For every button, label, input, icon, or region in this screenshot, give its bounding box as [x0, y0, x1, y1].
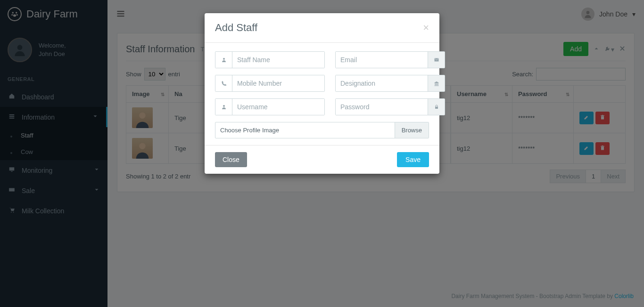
field-password: [335, 98, 445, 115]
field-designation: [335, 75, 445, 92]
add-staff-modal: Add Staff ×: [205, 13, 439, 174]
field-profile-image[interactable]: Choose Profile Image Browse: [215, 122, 429, 138]
phone-icon: [215, 75, 232, 91]
save-button[interactable]: Save: [397, 152, 429, 167]
field-username: [215, 98, 325, 115]
modal-close-icon[interactable]: ×: [423, 22, 429, 34]
field-mobile: [215, 75, 325, 92]
user-icon: [215, 52, 232, 68]
lock-icon: [428, 99, 445, 115]
modal-title: Add Staff: [215, 22, 257, 34]
designation-input[interactable]: [336, 75, 428, 91]
svg-point-21: [223, 58, 225, 60]
staff-name-input[interactable]: [232, 52, 324, 68]
user-icon: [215, 99, 232, 115]
building-icon: [428, 75, 445, 91]
close-button[interactable]: Close: [215, 152, 247, 167]
field-email: [335, 51, 445, 68]
username-input[interactable]: [232, 99, 324, 115]
svg-point-23: [223, 105, 225, 107]
file-label: Choose Profile Image: [215, 122, 395, 138]
mobile-input[interactable]: [232, 75, 324, 91]
password-input[interactable]: [336, 99, 428, 115]
svg-rect-24: [435, 107, 438, 109]
browse-button[interactable]: Browse: [395, 122, 429, 138]
email-input[interactable]: [336, 52, 428, 68]
envelope-icon: [428, 52, 445, 68]
field-staff-name: [215, 51, 325, 68]
